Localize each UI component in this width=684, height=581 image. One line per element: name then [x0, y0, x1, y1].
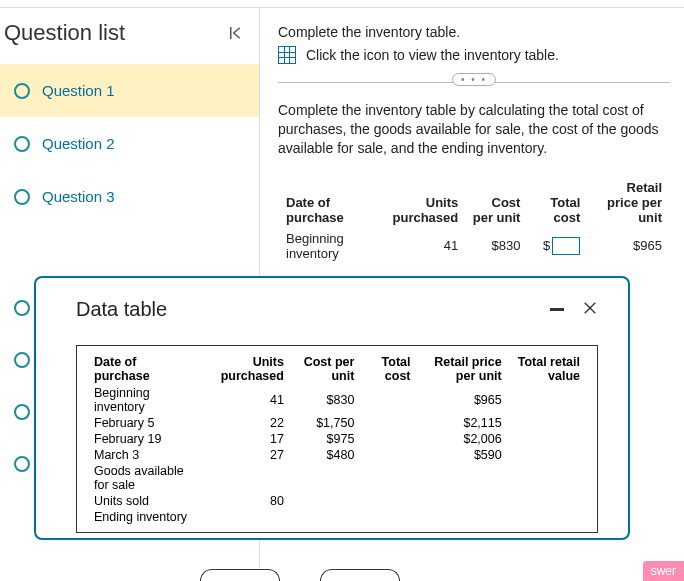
cell-retail-unit: $965: [418, 386, 507, 414]
table-row: March 327$480$590: [89, 448, 585, 462]
col-units: Units purchased: [373, 178, 464, 227]
table-row: Beginning inventory 41 $830 $ $965: [280, 229, 668, 263]
cell-cost-unit: [291, 464, 360, 492]
cell-total-cost: [361, 386, 415, 414]
cell-total-retail: [509, 432, 585, 446]
cell-total-retail: [509, 494, 585, 508]
cell-units: 80: [198, 494, 289, 508]
sidebar-item-question-3[interactable]: Question 3: [0, 170, 259, 223]
modal-title: Data table: [76, 298, 167, 321]
cell-retail-unit: [418, 510, 507, 524]
table-row: February 522$1,750$2,115: [89, 416, 585, 430]
table-row: Ending inventory: [89, 510, 585, 524]
cell-retail-unit: [418, 464, 507, 492]
cell-date: February 5: [89, 416, 196, 430]
close-icon[interactable]: [582, 300, 598, 319]
sidebar-item-label: Question 2: [42, 135, 115, 152]
dt-col-retail-unit: Retail price per unit: [418, 354, 507, 384]
cell-date: Beginning inventory: [89, 386, 196, 414]
radio-icon: [14, 352, 30, 368]
cell-units: 41: [373, 229, 464, 263]
icon-hint-text: Click the icon to view the inventory tab…: [306, 47, 559, 63]
cell-total-cost: [361, 464, 415, 492]
cell-retail-unit: $2,006: [418, 432, 507, 446]
cell-cost-unit: [291, 494, 360, 508]
cell-total-retail: [509, 416, 585, 430]
cell-units: 41: [198, 386, 289, 414]
minimize-icon[interactable]: [550, 308, 564, 311]
cell-total-cost: $: [528, 229, 586, 263]
cell-date: Ending inventory: [89, 510, 196, 524]
footer-buttons-partial: [200, 569, 400, 581]
table-icon[interactable]: [278, 46, 296, 64]
divider: • • •: [278, 82, 670, 83]
data-table-modal: Data table Date of purchase Units purcha…: [34, 276, 630, 540]
col-date: Date of purchase: [280, 178, 371, 227]
cell-units: [198, 464, 289, 492]
cell-date: March 3: [89, 448, 196, 462]
dollar-prefix: $: [543, 238, 550, 253]
cell-retail-unit: $590: [418, 448, 507, 462]
collapse-left-icon[interactable]: [227, 24, 245, 42]
cell-total-cost: [361, 510, 415, 524]
instruction-paragraph: Complete the inventory table by calculat…: [278, 101, 670, 158]
table-row: Beginning inventory41$830$965: [89, 386, 585, 414]
cell-cost-unit: $480: [291, 448, 360, 462]
sidebar-item-question-1[interactable]: Question 1: [0, 64, 259, 117]
cell-retail-unit: $2,115: [418, 416, 507, 430]
dt-col-date: Date of purchase: [89, 354, 196, 384]
total-cost-input[interactable]: [552, 237, 580, 255]
cell-units: 17: [198, 432, 289, 446]
cell-cost-unit: [291, 510, 360, 524]
hidden-sidebar-radios: [14, 300, 30, 472]
col-total-cost: Total cost: [528, 178, 586, 227]
cell-cost-unit: $975: [291, 432, 360, 446]
data-table: Date of purchase Units purchased Cost pe…: [76, 345, 598, 533]
cell-date: February 19: [89, 432, 196, 446]
cell-total-retail: [509, 386, 585, 414]
sidebar-item-label: Question 1: [42, 82, 115, 99]
radio-icon: [14, 136, 30, 152]
table-row: Units sold80: [89, 494, 585, 508]
button-stub[interactable]: [320, 569, 400, 581]
ellipsis-pill[interactable]: • • •: [452, 73, 496, 86]
cell-retail-unit: [418, 494, 507, 508]
cell-units: 27: [198, 448, 289, 462]
radio-icon: [14, 300, 30, 316]
instruction-line-1: Complete the inventory table.: [278, 24, 670, 40]
col-cost-unit: Cost per unit: [466, 178, 526, 227]
col-retail-unit: Retail price per unit: [588, 178, 668, 227]
radio-icon: [14, 456, 30, 472]
cell-total-retail: [509, 510, 585, 524]
dt-col-total-retail: Total retail value: [509, 354, 585, 384]
cell-total-cost: [361, 448, 415, 462]
cell-total-retail: [509, 448, 585, 462]
table-row: February 1917$975$2,006: [89, 432, 585, 446]
sidebar-item-question-2[interactable]: Question 2: [0, 117, 259, 170]
cell-cost-unit: $1,750: [291, 416, 360, 430]
cell-total-cost: [361, 432, 415, 446]
inventory-mini-table: Date of purchase Units purchased Cost pe…: [278, 176, 670, 265]
cell-cost-unit: $830: [466, 229, 526, 263]
cell-units: 22: [198, 416, 289, 430]
cell-cost-unit: $830: [291, 386, 360, 414]
sidebar-title: Question list: [4, 20, 125, 46]
cell-units: [198, 510, 289, 524]
button-stub[interactable]: [200, 569, 280, 581]
dt-col-units: Units purchased: [198, 354, 289, 384]
cell-total-cost: [361, 494, 415, 508]
radio-icon: [14, 404, 30, 420]
partial-answer-button[interactable]: swer: [643, 561, 684, 581]
dt-col-total-cost: Total cost: [361, 354, 415, 384]
cell-date: Units sold: [89, 494, 196, 508]
sidebar-item-label: Question 3: [42, 188, 115, 205]
cell-retail-unit: $965: [588, 229, 668, 263]
dt-col-cost-unit: Cost per unit: [291, 354, 360, 384]
cell-date: Goods available for sale: [89, 464, 196, 492]
cell-total-cost: [361, 416, 415, 430]
radio-icon: [14, 83, 30, 99]
table-row: Goods available for sale: [89, 464, 585, 492]
radio-icon: [14, 189, 30, 205]
cell-date: Beginning inventory: [280, 229, 371, 263]
cell-total-retail: [509, 464, 585, 492]
